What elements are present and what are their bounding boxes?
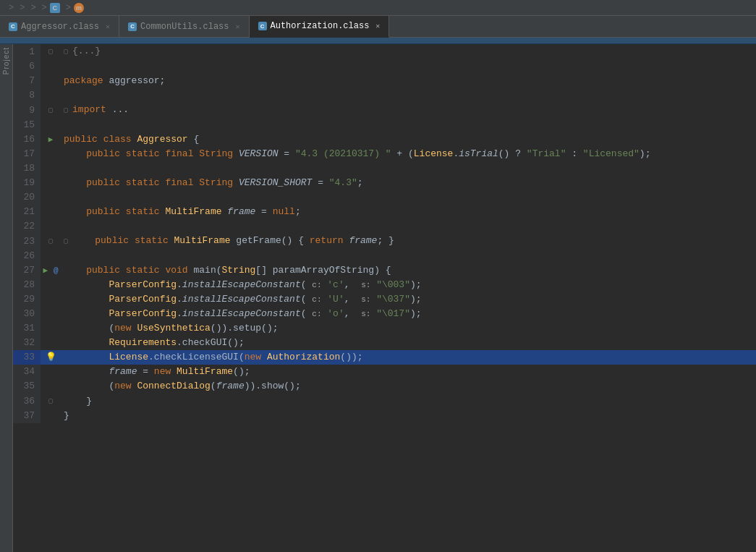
bulb-icon[interactable]: 💡: [46, 352, 56, 362]
line-number: 16: [13, 132, 41, 147]
line-code: ▢ public static MultiFrame getFrame() { …: [61, 234, 756, 249]
line-number: 29: [13, 292, 41, 307]
line-marker: [41, 161, 61, 176]
line-number: 6: [13, 59, 41, 74]
line-marker: 💡: [41, 350, 61, 365]
fold-inline-icon[interactable]: ▢: [64, 237, 72, 245]
line-code: [61, 118, 756, 132]
fold-inline-icon[interactable]: ▢: [64, 48, 72, 56]
line-number: 15: [13, 118, 41, 132]
table-row: 35 (new ConnectDialog(frame)).show();: [13, 379, 756, 394]
line-number: 20: [13, 190, 41, 205]
line-number: 1: [13, 44, 41, 59]
line-marker: [41, 249, 61, 263]
tab-bar: C Aggressor.class ✕ C CommonUtils.class …: [0, 16, 756, 38]
table-row: 29 ParserConfig.installEscapeConstant( c…: [13, 292, 756, 307]
line-code: (new UseSynthetica()).setup();: [61, 321, 756, 336]
line-code: ▢ import ...: [61, 103, 756, 118]
debug-icon[interactable]: @: [54, 266, 59, 275]
table-row: 16▶public class Aggressor {: [13, 132, 756, 147]
line-number: 17: [13, 147, 41, 161]
code-area[interactable]: 1▢▢ {...}67package aggressor;89▢▢ import…: [13, 44, 756, 552]
line-marker: [41, 321, 61, 336]
tab-icon-commonutils: C: [128, 22, 137, 31]
line-code: public static final String VERSION_SHORT…: [61, 176, 756, 190]
fold-icon[interactable]: ▢: [48, 237, 53, 245]
line-code: [61, 161, 756, 176]
line-marker: [41, 409, 61, 423]
table-row: 21 public static MultiFrame frame = null…: [13, 205, 756, 219]
line-marker: ▢: [41, 394, 61, 409]
table-row: 20: [13, 190, 756, 205]
table-row: 15: [13, 118, 756, 132]
table-row: 28 ParserConfig.installEscapeConstant( c…: [13, 278, 756, 292]
table-row: 23▢▢ public static MultiFrame getFrame()…: [13, 234, 756, 249]
table-row: 34 frame = new MultiFrame();: [13, 365, 756, 379]
line-marker: [41, 118, 61, 132]
line-marker: [41, 88, 61, 103]
line-code: ParserConfig.installEscapeConstant( c: '…: [61, 278, 756, 292]
line-marker: [41, 292, 61, 307]
run-icon[interactable]: ▶: [43, 266, 48, 275]
tab-authorization[interactable]: C Authorization.class ✕: [250, 16, 390, 38]
line-code: }: [61, 394, 756, 409]
line-marker: ▶: [41, 132, 61, 147]
line-number: 8: [13, 88, 41, 103]
tab-aggressor[interactable]: C Aggressor.class ✕: [0, 16, 119, 37]
tab-icon-aggressor: C: [9, 22, 17, 31]
line-code: public static void main(String[] paramAr…: [61, 263, 756, 278]
line-number: 36: [13, 394, 41, 409]
code-table: 1▢▢ {...}67package aggressor;89▢▢ import…: [13, 44, 756, 423]
line-number: 26: [13, 249, 41, 263]
line-marker: [41, 74, 61, 88]
table-row: 36▢ }: [13, 394, 756, 409]
method-icon: m: [74, 3, 84, 13]
line-number: 28: [13, 278, 41, 292]
tab-close-authorization[interactable]: ✕: [375, 22, 380, 30]
tab-label-authorization: Authorization.class: [271, 21, 370, 31]
line-number: 18: [13, 161, 41, 176]
line-marker: ▶ @: [41, 263, 61, 278]
tab-close-aggressor[interactable]: ✕: [106, 22, 110, 31]
line-marker: [41, 147, 61, 161]
line-code: public static MultiFrame frame = null;: [61, 205, 756, 219]
line-marker: ▢: [41, 44, 61, 59]
line-marker: ▢: [41, 103, 61, 118]
table-row: 22: [13, 219, 756, 234]
project-strip: Project: [0, 44, 13, 552]
table-row: 30 ParserConfig.installEscapeConstant( c…: [13, 307, 756, 321]
tab-icon-authorization: C: [258, 22, 267, 30]
line-marker: [41, 176, 61, 190]
tab-label-aggressor: Aggressor.class: [21, 22, 99, 32]
table-row: 7package aggressor;: [13, 74, 756, 88]
info-bar: [0, 38, 756, 44]
table-row: 31 (new UseSynthetica()).setup();: [13, 321, 756, 336]
table-row: 26: [13, 249, 756, 263]
fold-icon[interactable]: ▢: [48, 397, 53, 405]
line-marker: [41, 278, 61, 292]
line-number: 21: [13, 205, 41, 219]
line-number: 37: [13, 409, 41, 423]
tab-label-commonutils: CommonUtils.class: [140, 22, 229, 32]
run-icon[interactable]: ▶: [48, 135, 54, 144]
table-row: 18: [13, 161, 756, 176]
line-number: 31: [13, 321, 41, 336]
line-code: [61, 249, 756, 263]
line-marker: [41, 365, 61, 379]
line-code: [61, 88, 756, 103]
tab-commonutils[interactable]: C CommonUtils.class ✕: [119, 16, 249, 37]
line-marker: [41, 59, 61, 74]
line-marker: [41, 190, 61, 205]
tab-close-commonutils[interactable]: ✕: [235, 22, 239, 31]
fold-icon[interactable]: ▢: [48, 106, 53, 114]
table-row: 27▶ @ public static void main(String[] p…: [13, 263, 756, 278]
breadcrumb-bar: > > > > C > m: [0, 0, 756, 16]
fold-inline-icon[interactable]: ▢: [64, 106, 72, 114]
line-code: public class Aggressor {: [61, 132, 756, 147]
table-row: 1▢▢ {...}: [13, 44, 756, 59]
line-marker: [41, 307, 61, 321]
line-code: }: [61, 409, 756, 423]
table-row: 8: [13, 88, 756, 103]
fold-icon[interactable]: ▢: [48, 48, 53, 56]
table-row: 6: [13, 59, 756, 74]
